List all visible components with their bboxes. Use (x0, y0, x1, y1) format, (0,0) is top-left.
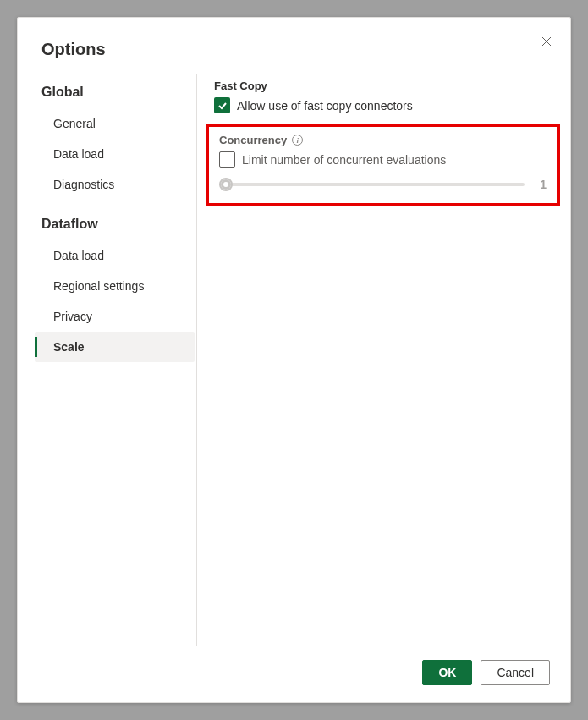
concurrency-header: Concurrency (219, 134, 287, 146)
slider-thumb[interactable] (219, 178, 233, 191)
dialog-title: Options (18, 18, 570, 74)
options-dialog: Options Global General Data load Diagnos… (17, 17, 571, 703)
concurrency-section-highlight: Concurrency i Limit number of concurrent… (206, 124, 560, 206)
sidebar-item-general[interactable]: General (35, 108, 195, 139)
content-pane: Fast Copy Allow use of fast copy connect… (197, 74, 570, 646)
fast-copy-checkbox[interactable] (214, 97, 230, 113)
sidebar-item-diagnostics[interactable]: Diagnostics (35, 169, 195, 200)
close-button[interactable] (538, 33, 555, 50)
fast-copy-header: Fast Copy (214, 80, 553, 92)
concurrency-option[interactable]: Limit number of concurrent evaluations (219, 151, 547, 168)
checkmark-icon (217, 101, 228, 111)
cancel-button[interactable]: Cancel (481, 660, 550, 685)
fast-copy-label: Allow use of fast copy connectors (237, 99, 413, 113)
sidebar-group-dataflow: Dataflow (35, 210, 195, 240)
sidebar-item-regional-settings[interactable]: Regional settings (35, 271, 195, 301)
ok-button[interactable]: OK (422, 660, 472, 685)
concurrency-label: Limit number of concurrent evaluations (242, 153, 446, 167)
info-icon[interactable]: i (292, 135, 303, 146)
concurrency-slider-row: 1 (219, 178, 547, 191)
dialog-body: Global General Data load Diagnostics Dat… (18, 74, 570, 646)
sidebar: Global General Data load Diagnostics Dat… (35, 74, 197, 646)
concurrency-checkbox[interactable] (219, 151, 235, 168)
concurrency-slider[interactable] (219, 183, 525, 186)
sidebar-item-privacy[interactable]: Privacy (35, 301, 195, 332)
fast-copy-option[interactable]: Allow use of fast copy connectors (214, 97, 553, 113)
sidebar-group-global: Global (35, 78, 195, 108)
dialog-footer: OK Cancel (18, 646, 570, 702)
close-icon (541, 36, 552, 47)
sidebar-item-data-load-dataflow[interactable]: Data load (35, 240, 195, 271)
sidebar-item-data-load-global[interactable]: Data load (35, 139, 195, 169)
concurrency-header-row: Concurrency i (219, 134, 547, 146)
concurrency-slider-value: 1 (535, 178, 547, 191)
sidebar-item-scale[interactable]: Scale (35, 332, 195, 362)
